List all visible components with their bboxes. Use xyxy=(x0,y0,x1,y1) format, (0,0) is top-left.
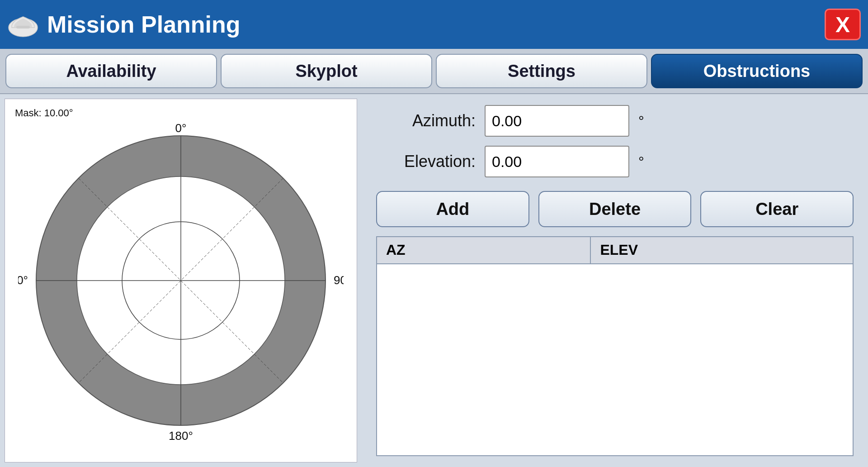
action-buttons: Add Delete Clear xyxy=(376,191,854,227)
azimuth-input[interactable] xyxy=(485,105,629,137)
col-az-header: AZ xyxy=(377,237,591,263)
tab-skyplot[interactable]: Skyplot xyxy=(221,54,432,88)
header: Mission Planning X xyxy=(0,0,868,49)
elevation-row: Elevation: ° xyxy=(376,146,854,177)
table-header: AZ ELEV xyxy=(377,237,853,264)
azimuth-unit: ° xyxy=(638,113,644,129)
tab-obstructions[interactable]: Obstructions xyxy=(651,54,863,88)
azimuth-label: Azimuth: xyxy=(376,111,476,130)
elevation-input[interactable] xyxy=(485,146,629,177)
azimuth-row: Azimuth: ° xyxy=(376,105,854,137)
close-button[interactable]: X xyxy=(825,9,861,40)
app-title: Mission Planning xyxy=(47,11,825,38)
svg-text:90°: 90° xyxy=(334,273,344,287)
svg-text:0°: 0° xyxy=(175,121,187,135)
skyplot-container: 0° 180° 90° 270° xyxy=(12,106,349,455)
hardhat-icon xyxy=(7,9,39,40)
main-content: Mask: 10.00° 0° 180° 90° 270° xyxy=(0,94,868,467)
tab-bar: Availability Skyplot Settings Obstructio… xyxy=(0,49,868,94)
svg-text:180°: 180° xyxy=(169,429,193,443)
tab-settings[interactable]: Settings xyxy=(436,54,647,88)
svg-rect-1 xyxy=(16,26,30,29)
elevation-unit: ° xyxy=(638,153,644,170)
obstruction-table: AZ ELEV xyxy=(376,236,854,456)
table-body xyxy=(377,264,853,455)
svg-text:270°: 270° xyxy=(18,273,28,287)
clear-button[interactable]: Clear xyxy=(700,191,854,227)
add-button[interactable]: Add xyxy=(376,191,529,227)
elevation-label: Elevation: xyxy=(376,152,476,171)
delete-button[interactable]: Delete xyxy=(538,191,692,227)
col-elev-header: ELEV xyxy=(591,237,853,263)
skyplot-svg: 0° 180° 90° 270° xyxy=(18,118,344,443)
tab-availability[interactable]: Availability xyxy=(5,54,217,88)
mask-label: Mask: 10.00° xyxy=(15,107,73,119)
skyplot-panel: Mask: 10.00° 0° 180° 90° 270° xyxy=(5,99,357,462)
controls-panel: Azimuth: ° Elevation: ° Add Delete Clear… xyxy=(362,94,868,467)
